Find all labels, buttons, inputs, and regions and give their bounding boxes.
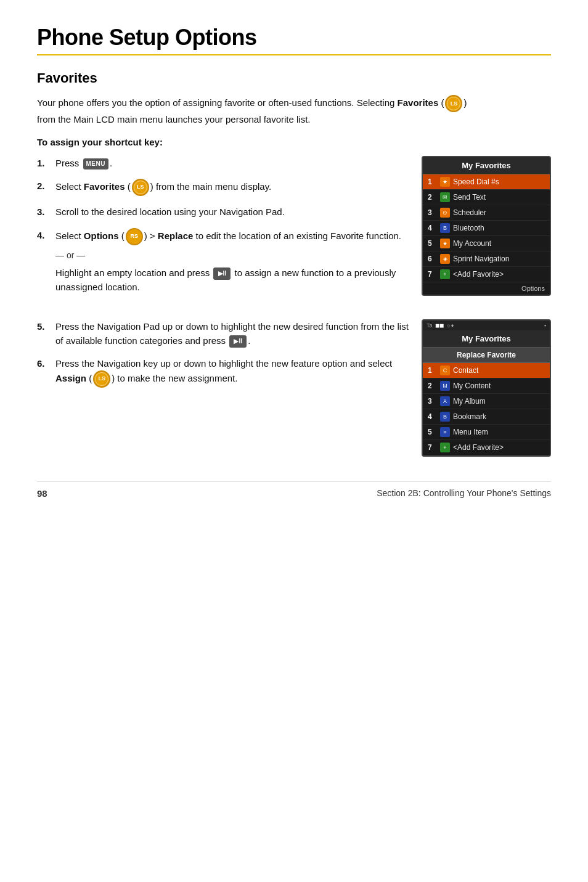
screen1-row-4: 4 B Bluetooth: [423, 221, 550, 236]
section-title: Favorites: [37, 70, 551, 86]
page-title: Phone Setup Options: [37, 25, 551, 51]
screen2-row-7: 7 + <Add Favorite>: [423, 440, 550, 455]
shortcut-label: To assign your shortcut key:: [37, 137, 551, 147]
steps-section-upper: 1. Press MENU. 2. Select Favorites (LS) …: [37, 156, 551, 313]
step-2: 2. Select Favorites (LS) from the main m…: [37, 179, 409, 196]
screen1-row-7: 7 + <Add Favorite>: [423, 267, 550, 282]
step-2-num: 2.: [37, 179, 55, 193]
step-5-content: Press the Navigation Pad up or down to h…: [55, 319, 409, 348]
step-1-content: Press MENU.: [55, 156, 409, 170]
screen2-row-4: 4 B Bookmark: [423, 409, 550, 425]
screen2-row-1: 1 C Contact: [423, 363, 550, 378]
intro-bold-favorites: Favorites: [398, 97, 439, 108]
step-3-num: 3.: [37, 205, 55, 219]
screen1-row-1: 1 ★ Speed Dial #s: [423, 174, 550, 190]
intro-text-2: from the Main LCD main menu launches you…: [37, 114, 311, 125]
phone-screen-2: Ta ◼◼ ☼♦ ▪ My Favorites Replace Favorite…: [422, 319, 551, 457]
screen2-row-3: 3 A My Album: [423, 394, 550, 409]
page-number: 98: [37, 488, 47, 499]
step-3: 3. Scroll to the desired location using …: [37, 205, 409, 219]
screen2-subtitle: Replace Favorite: [423, 348, 550, 363]
screen1-title: My Favorites: [423, 157, 550, 174]
step4-replace-bold: Replace: [158, 230, 194, 240]
step-6-content: Press the Navigation key up or down to h…: [55, 356, 409, 388]
ls-icon-step2: LS: [132, 179, 149, 196]
continuation-text: Highlight an empty location and press ▶I…: [55, 266, 409, 295]
step4-options-bold: Options: [84, 230, 119, 240]
screen1-row-6: 6 ◈ Sprint Navigation: [423, 251, 550, 267]
or-separator: — or —: [55, 249, 409, 263]
steps-left-col: 1. Press MENU. 2. Select Favorites (LS) …: [37, 156, 409, 313]
step-6-num: 6.: [37, 356, 55, 370]
step2-favorites-bold: Favorites: [84, 181, 125, 192]
step-5-num: 5.: [37, 319, 55, 333]
rs-icon-step4: RS: [126, 228, 143, 245]
intro-paragraph: Your phone offers you the option of assi…: [37, 95, 468, 127]
section-label: Section 2B: Controlling Your Phone's Set…: [377, 488, 551, 498]
step-6: 6. Press the Navigation key up or down t…: [37, 356, 409, 388]
steps-section-lower: 5. Press the Navigation Pad up or down t…: [37, 319, 551, 457]
screen2-col: Ta ◼◼ ☼♦ ▪ My Favorites Replace Favorite…: [422, 319, 551, 457]
screen1-row-5: 5 ★ My Account: [423, 236, 550, 251]
screen2-title: My Favorites: [423, 330, 550, 348]
step-4: 4. Select Options (RS) > Replace to edit…: [37, 228, 409, 304]
play-badge-step5: ▶II: [229, 335, 247, 348]
step-3-content: Scroll to the desired location using you…: [55, 205, 409, 219]
ls-icon-step6: LS: [93, 370, 110, 388]
screen2-header-bar: Ta ◼◼ ☼♦ ▪: [423, 321, 550, 330]
menu-badge: MENU: [83, 158, 108, 169]
page-footer: 98 Section 2B: Controlling Your Phone's …: [37, 481, 551, 499]
step-1-num: 1.: [37, 156, 55, 170]
phone-screen-1: My Favorites 1 ★ Speed Dial #s 2 ✉ Send …: [422, 156, 551, 296]
ls-icon-intro: LS: [445, 95, 462, 112]
play-badge-step4: ▶II: [213, 267, 231, 280]
step-1: 1. Press MENU.: [37, 156, 409, 170]
screen2-row-2: 2 M My Content: [423, 378, 550, 394]
step6-assign-bold: Assign: [55, 373, 86, 383]
screen1-row-3: 3 ⊙ Scheduler: [423, 205, 550, 221]
steps-lower-col: 5. Press the Navigation Pad up or down t…: [37, 319, 409, 397]
steps-list-lower: 5. Press the Navigation Pad up or down t…: [37, 319, 409, 388]
screen1-col: My Favorites 1 ★ Speed Dial #s 2 ✉ Send …: [422, 156, 551, 296]
screen1-row-2: 2 ✉ Send Text: [423, 190, 550, 205]
title-rule: [37, 54, 551, 55]
step-2-content: Select Favorites (LS) from the main menu…: [55, 179, 409, 196]
step-4-num: 4.: [37, 228, 55, 242]
screen1-footer: Options: [423, 282, 550, 295]
steps-list-upper: 1. Press MENU. 2. Select Favorites (LS) …: [37, 156, 409, 304]
intro-text-1: Your phone offers you the option of assi…: [37, 97, 398, 108]
step-5: 5. Press the Navigation Pad up or down t…: [37, 319, 409, 348]
screen2-row-5: 5 ≡ Menu Item: [423, 425, 550, 440]
step-4-content: Select Options (RS) > Replace to edit th…: [55, 228, 409, 304]
